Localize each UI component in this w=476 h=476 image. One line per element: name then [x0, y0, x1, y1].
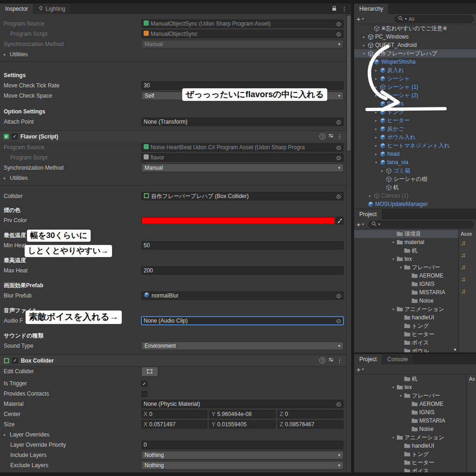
expand-arrow-icon[interactable]: ▸	[373, 144, 379, 148]
tree-item[interactable]: IGNIS	[354, 408, 467, 416]
tab-project[interactable]: Project	[354, 354, 382, 364]
dropdown[interactable]: Environment▾	[141, 342, 344, 350]
object-picker-icon[interactable]: ⊙	[336, 293, 341, 299]
tree-item[interactable]: ▾tex	[354, 255, 458, 263]
tree-item[interactable]: ボウル	[354, 347, 458, 352]
tree-item[interactable]: ▸ボウル入れ	[354, 133, 476, 141]
tree-item[interactable]: ヒーター	[354, 458, 467, 467]
tab-console[interactable]: Console	[382, 354, 413, 364]
expand-arrow-icon[interactable]: ▾	[398, 394, 403, 398]
object-field[interactable]: Noise HeartBeat Udon C# Program Asset (U…	[141, 143, 344, 152]
audio-asset-icon[interactable]: ♫	[459, 273, 476, 285]
tab-inspector[interactable]: Inspector	[0, 4, 33, 14]
eyedropper-icon[interactable]	[336, 217, 344, 225]
expand-arrow-icon[interactable]: ▾	[398, 265, 403, 270]
expand-arrow-icon[interactable]: ▸	[379, 169, 385, 173]
tree-item[interactable]: ▾tex	[354, 383, 467, 391]
tree-item[interactable]: ヒーター	[354, 330, 458, 338]
expand-arrow-icon[interactable]: ▸	[361, 35, 367, 39]
object-picker-icon[interactable]: ⊙	[336, 401, 341, 407]
scroll-down-icon[interactable]: ▼	[453, 348, 457, 352]
object-picker-icon[interactable]: ⊙	[336, 145, 341, 151]
object-field[interactable]: None (Physic Material)⊙	[141, 400, 344, 408]
tree-item[interactable]: ▾フレーバー	[354, 263, 458, 271]
expand-arrow-icon[interactable]: ▸	[373, 68, 379, 73]
expand-arrow-icon[interactable]: ▾	[367, 60, 373, 64]
expand-arrow-icon[interactable]: ▾	[373, 160, 379, 165]
tree-item[interactable]: ▸head	[354, 150, 476, 158]
component-header[interactable]: Box Collider?⋮	[0, 355, 346, 366]
tab-hierarchy[interactable]: Hierarchy	[354, 4, 388, 14]
tree-item[interactable]: ▸シーシャ (1)	[354, 83, 476, 91]
object-picker-icon[interactable]: ⊙	[336, 155, 341, 161]
help-icon[interactable]: ?	[319, 357, 325, 364]
expand-arrow-icon[interactable]: ▾	[390, 257, 396, 261]
hierarchy-search-input[interactable]: ▾ All	[395, 15, 474, 23]
color-swatch[interactable]	[141, 217, 335, 224]
expand-arrow-icon[interactable]: ▸	[373, 77, 379, 81]
tree-item[interactable]: 机	[354, 246, 458, 255]
tree-item[interactable]: ▾アニメーション	[354, 305, 458, 313]
tree-item[interactable]: 机	[354, 375, 467, 383]
create-dropdown-icon[interactable]: ▾	[362, 222, 364, 226]
tree-item[interactable]: Noise	[354, 425, 467, 433]
foldout-row[interactable]: ▸Utilities	[0, 49, 346, 60]
vector-field-y[interactable]: Y0.01559405	[209, 420, 275, 429]
edit-collider-button[interactable]	[141, 367, 158, 377]
expand-arrow-icon[interactable]: ▾	[390, 385, 396, 390]
presets-icon[interactable]	[328, 133, 334, 140]
expand-arrow-icon[interactable]: ▾	[390, 307, 396, 311]
tree-item[interactable]: MISTARIA	[354, 416, 467, 425]
expand-arrow-icon[interactable]: ▸	[373, 119, 379, 123]
tree-item[interactable]: ▸QUEST_Android	[354, 41, 476, 49]
tree-item[interactable]: IGNIS	[354, 280, 458, 288]
tree-item[interactable]: ▾アニメーション	[354, 433, 467, 442]
object-field[interactable]: ManualObjectSync (Udon Sharp Program Ass…	[141, 20, 344, 28]
vector-field-z[interactable]: Z0.08576467	[278, 420, 344, 429]
object-field[interactable]: None (Transform)⊙	[141, 118, 344, 126]
expand-arrow-icon[interactable]: ▸	[373, 85, 379, 89]
expand-arrow-icon[interactable]: ▸	[373, 152, 379, 156]
vector-field-x[interactable]: X0.0571497	[141, 420, 207, 429]
checkbox[interactable]	[141, 381, 147, 387]
lock-icon[interactable]	[332, 6, 337, 13]
tree-item[interactable]: ▾自作フレーバープレハブ	[354, 49, 476, 58]
search-filter-caret-icon[interactable]: ▾	[405, 17, 407, 21]
object-picker-icon[interactable]: ⊙	[336, 318, 341, 324]
audio-asset-icon[interactable]: ♫	[459, 285, 476, 297]
vector-field-x[interactable]: X0	[141, 410, 207, 418]
tree-item[interactable]: トング	[354, 322, 458, 330]
tree-item[interactable]: MISTARIA	[354, 288, 458, 297]
tree-item[interactable]: ▸PC_Windows	[354, 33, 476, 41]
expand-arrow-icon[interactable]: ▾	[390, 240, 396, 245]
tree-item[interactable]: ▸炭入れ	[354, 66, 476, 74]
expand-arrow-icon[interactable]: ▾	[361, 52, 367, 56]
object-picker-icon[interactable]: ⊙	[336, 31, 341, 37]
tree-item[interactable]: ▸シーシャ	[354, 74, 476, 83]
object-picker-icon[interactable]: ⊙	[336, 119, 341, 125]
tree-item[interactable]: handleUI	[354, 442, 467, 450]
component-enabled-checkbox[interactable]	[12, 133, 18, 139]
dropdown[interactable]: Nothing▾	[141, 451, 344, 459]
object-picker-icon[interactable]: ⊙	[336, 193, 341, 199]
dropdown[interactable]: Manual▾	[141, 40, 344, 48]
object-field[interactable]: ManualObjectSync⊙	[141, 30, 344, 38]
expand-arrow-icon[interactable]: ▾	[390, 436, 396, 440]
tree-item[interactable]: MOSUpdateManager	[354, 200, 476, 208]
audio-asset-icon[interactable]: ♫	[459, 237, 476, 249]
expand-arrow-icon[interactable]: ▸	[373, 110, 379, 114]
component-header[interactable]: #Flavor (Script)?⋮	[0, 131, 346, 142]
tree-item[interactable]: Noise	[354, 297, 458, 305]
text-field[interactable]: 50	[141, 241, 344, 250]
tab-lighting[interactable]: Lighting	[33, 4, 70, 14]
object-field[interactable]: None (Audio Clip)⊙	[141, 317, 344, 325]
foldout-row[interactable]: ▸Utilities	[0, 173, 346, 183]
search-filter-caret-icon[interactable]: ▾	[378, 222, 380, 226]
audio-asset-icon[interactable]: ♫	[459, 261, 476, 273]
tree-item[interactable]: トング	[354, 450, 467, 458]
expand-arrow-icon[interactable]: ▸	[373, 135, 379, 139]
expand-arrow-icon[interactable]: ▸	[361, 43, 367, 47]
panel-menu-icon[interactable]: ⋮	[341, 6, 347, 13]
tree-item[interactable]: 環境音	[354, 230, 458, 238]
help-icon[interactable]: ?	[319, 133, 325, 139]
